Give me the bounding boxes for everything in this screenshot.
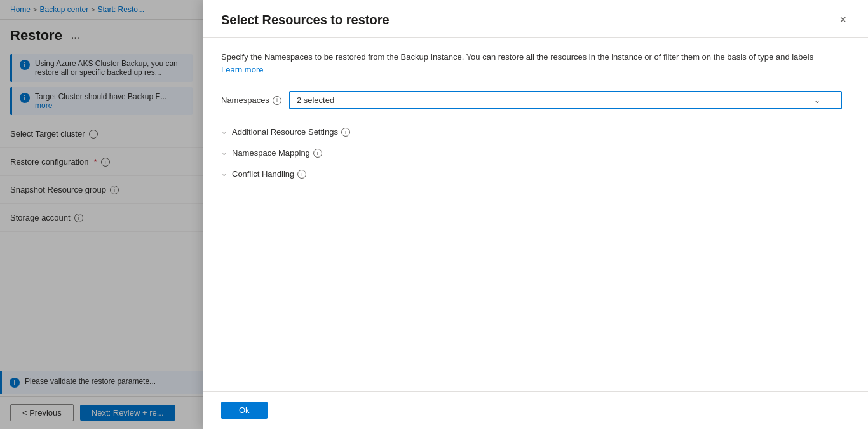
accordion-label-namespace-mapping: Namespace Mapping i — [232, 148, 322, 158]
modal-panel: Select Resources to restore × Specify th… — [203, 0, 868, 429]
modal-footer: Ok — [203, 391, 868, 429]
accordion-namespace-mapping: ⌄ Namespace Mapping i — [221, 143, 850, 163]
namespaces-form-row: Namespaces i 2 selected ⌄ — [221, 91, 850, 109]
modal-header: Select Resources to restore × — [203, 0, 868, 38]
accordion-conflict-handling: ⌄ Conflict Handling i — [221, 164, 850, 184]
chevron-down-icon-namespace: ⌄ — [221, 149, 227, 157]
modal-description: Specify the Namespaces to be restored fr… — [221, 51, 831, 76]
modal-body: Specify the Namespaces to be restored fr… — [203, 38, 868, 391]
accordion-additional-resources: ⌄ Additional Resource Settings i — [221, 122, 850, 142]
info-icon-additional-resources[interactable]: i — [341, 128, 350, 137]
namespaces-value: 2 selected — [297, 95, 334, 105]
ok-button[interactable]: Ok — [221, 402, 268, 419]
chevron-down-icon-conflict: ⌄ — [221, 170, 227, 178]
accordion-container: ⌄ Additional Resource Settings i ⌄ Names… — [221, 122, 850, 184]
close-button[interactable]: × — [836, 13, 850, 27]
namespaces-dropdown[interactable]: 2 selected ⌄ — [289, 91, 842, 109]
accordion-label-conflict-handling: Conflict Handling i — [232, 169, 306, 179]
info-icon-conflict-handling[interactable]: i — [297, 170, 306, 179]
namespaces-chevron-icon: ⌄ — [814, 96, 820, 105]
chevron-down-icon-additional: ⌄ — [221, 128, 227, 136]
accordion-header-namespace-mapping[interactable]: ⌄ Namespace Mapping i — [221, 143, 850, 163]
learn-more-link[interactable]: Learn more — [221, 65, 263, 74]
namespaces-info-icon[interactable]: i — [273, 96, 281, 105]
accordion-header-conflict-handling[interactable]: ⌄ Conflict Handling i — [221, 164, 850, 184]
info-icon-namespace-mapping[interactable]: i — [313, 149, 322, 158]
accordion-label-additional-resources: Additional Resource Settings i — [232, 127, 350, 137]
accordion-header-additional-resources[interactable]: ⌄ Additional Resource Settings i — [221, 122, 850, 142]
modal-title: Select Resources to restore — [221, 13, 390, 27]
namespaces-label: Namespaces i — [221, 95, 281, 105]
